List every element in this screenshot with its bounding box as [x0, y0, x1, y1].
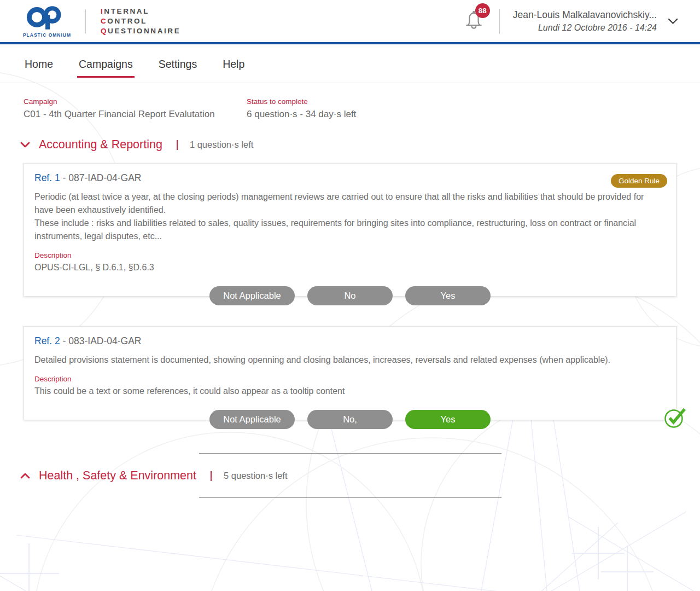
question-code: - 083-IAD-04-GAR [60, 335, 142, 346]
user-name: Jean-Louis Malkalavanovichskiy... [513, 9, 657, 21]
question-title: Ref. 2 - 083-IAD-04-GAR [34, 335, 666, 347]
answer-buttons: Not Applicable No, Yes [34, 410, 666, 429]
chevron-down-icon [20, 142, 30, 148]
question-text: Detailed provisions statement is documen… [34, 354, 661, 367]
description-text: This could be a text or some references,… [34, 386, 666, 396]
question-code: - 087-IAD-04-GAR [60, 172, 142, 183]
description-label: Description [34, 375, 666, 383]
plastic-omnium-logo[interactable]: PLASTIC OMNIUM [24, 5, 71, 38]
campaign-name: C01 - 4th Quarter Financial Report Evalu… [24, 109, 247, 120]
no-button[interactable]: No, [307, 410, 393, 429]
not-applicable-button[interactable]: Not Applicable [209, 410, 295, 429]
question-ref: Ref. 2 [34, 335, 60, 346]
app-header: PLASTIC OMNIUM INTERNAL CONTROL QUESTION… [0, 0, 700, 44]
answer-buttons: Not Applicable No Yes [34, 286, 666, 305]
status-value: 6 question·s - 34 day·s left [247, 109, 356, 120]
campaign-page: Campaign C01 - 4th Quarter Financial Rep… [0, 97, 700, 498]
nav-item-home[interactable]: Home [23, 49, 55, 78]
notification-count-badge: 88 [475, 3, 490, 18]
nav-item-campaigns[interactable]: Campaigns [77, 49, 135, 78]
status-label: Status to complete [247, 97, 356, 106]
not-applicable-button[interactable]: Not Applicable [209, 286, 295, 305]
question-text: Periodic (at least twice a year, at the … [34, 190, 661, 243]
section-header-accounting[interactable]: Accounting & Reporting 1 question·s left [24, 138, 676, 152]
no-button[interactable]: No [307, 286, 393, 305]
section-title: Health , Safety & Environment [39, 469, 196, 483]
questions-left: 1 question·s left [190, 140, 253, 150]
campaign-label: Campaign [24, 97, 247, 106]
description-label: Description [34, 251, 666, 259]
main-nav: Home Campaigns Settings Help [0, 44, 700, 83]
nav-item-settings[interactable]: Settings [157, 49, 199, 78]
brand-caption: PLASTIC OMNIUM [23, 32, 71, 38]
question-ref: Ref. 1 [34, 172, 60, 183]
app-title: INTERNAL CONTROL QUESTIONNAIRE [101, 7, 180, 36]
question-card-ref2: Ref. 2 - 083-IAD-04-GAR Detailed provisi… [24, 326, 676, 420]
header-divider [499, 9, 500, 34]
section-header-hse[interactable]: Health , Safety & Environment 5 question… [24, 469, 676, 483]
questions-left: 5 question·s left [224, 471, 287, 481]
section-divider [199, 497, 501, 498]
question-card-ref1: Ref. 1 - 087-IAD-04-GAR Golden Rule Peri… [24, 163, 676, 297]
current-datetime: Lundi 12 Octobre 2016 - 14:24 [513, 23, 657, 33]
golden-rule-badge: Golden Rule [611, 174, 667, 188]
chevron-down-icon[interactable] [668, 18, 678, 25]
campaign-meta: Campaign C01 - 4th Quarter Financial Rep… [24, 97, 676, 120]
notifications-button[interactable]: 88 [465, 10, 483, 32]
plastic-omnium-logo-icon [27, 5, 67, 31]
question-title: Ref. 1 - 087-IAD-04-GAR [34, 172, 666, 184]
chevron-up-icon [20, 473, 30, 479]
header-divider [85, 9, 86, 33]
nav-item-help[interactable]: Help [221, 49, 246, 78]
user-menu[interactable]: Jean-Louis Malkalavanovichskiy... Lundi … [513, 9, 657, 33]
yes-button[interactable]: Yes [405, 286, 491, 305]
answered-check-icon [664, 407, 687, 428]
section-separator [177, 140, 178, 150]
yes-button[interactable]: Yes [405, 410, 491, 429]
section-title: Accounting & Reporting [39, 138, 162, 152]
section-separator [211, 471, 212, 481]
section-divider [199, 453, 501, 454]
description-text: OPUS-CI-LGL, § D.6.1, §D.6.3 [34, 263, 666, 273]
